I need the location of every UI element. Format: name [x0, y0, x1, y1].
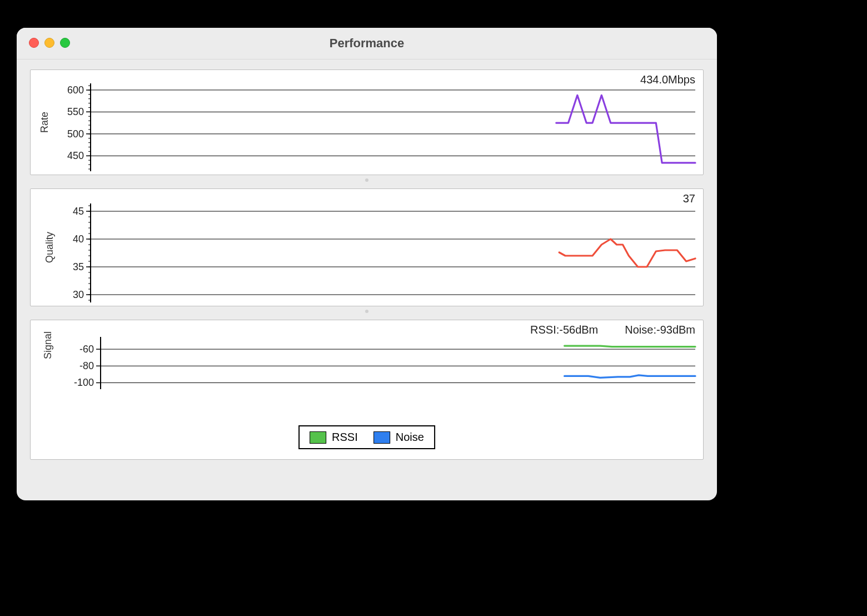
- noise-swatch-icon: [373, 431, 390, 444]
- signal-current-values: RSSI:-56dBm Noise:-93dBm: [530, 324, 695, 336]
- rssi-value: RSSI:-56dBm: [530, 324, 598, 336]
- svg-text:450: 450: [67, 150, 84, 161]
- window-controls: [29, 38, 70, 48]
- quality-panel: Quality 37 30354045: [30, 188, 704, 306]
- close-icon[interactable]: [29, 38, 39, 48]
- signal-panel: Signal RSSI:-56dBm Noise:-93dBm -60-80-1…: [30, 320, 704, 460]
- svg-text:-80: -80: [79, 360, 94, 371]
- legend-item-rssi: RSSI: [310, 431, 358, 444]
- svg-text:35: 35: [73, 261, 84, 272]
- rate-ylabel: Rate: [39, 112, 51, 133]
- legend-label: RSSI: [332, 431, 358, 444]
- legend-item-noise: Noise: [373, 431, 424, 444]
- svg-text:500: 500: [67, 128, 84, 140]
- divider-dot-icon[interactable]: [365, 310, 368, 313]
- rate-current-value: 434.0Mbps: [640, 73, 695, 86]
- svg-text:30: 30: [73, 289, 84, 300]
- performance-window: Performance Rate 434.0Mbps 450500550600 …: [17, 28, 717, 500]
- svg-text:45: 45: [73, 206, 84, 217]
- rssi-swatch-icon: [310, 431, 326, 444]
- window-title: Performance: [17, 36, 717, 51]
- svg-text:550: 550: [67, 106, 84, 117]
- zoom-icon[interactable]: [60, 38, 70, 48]
- minimize-icon[interactable]: [44, 38, 54, 48]
- rate-panel: Rate 434.0Mbps 450500550600: [30, 69, 704, 175]
- svg-text:600: 600: [67, 85, 84, 96]
- signal-ylabel: Signal: [42, 331, 54, 359]
- svg-text:-100: -100: [74, 377, 94, 388]
- rate-chart: 450500550600: [31, 70, 703, 175]
- quality-ylabel: Quality: [44, 232, 56, 263]
- content-area: Rate 434.0Mbps 450500550600 Quality 37 3…: [17, 59, 717, 473]
- titlebar[interactable]: Performance: [17, 28, 717, 59]
- svg-text:40: 40: [73, 234, 84, 245]
- divider-dot-icon[interactable]: [365, 178, 368, 182]
- noise-value: Noise:-93dBm: [625, 324, 695, 336]
- quality-chart: 30354045: [31, 189, 703, 306]
- svg-text:-60: -60: [79, 344, 94, 355]
- legend-label: Noise: [396, 431, 424, 444]
- quality-current-value: 37: [683, 192, 695, 205]
- signal-legend: RSSI Noise: [298, 425, 435, 449]
